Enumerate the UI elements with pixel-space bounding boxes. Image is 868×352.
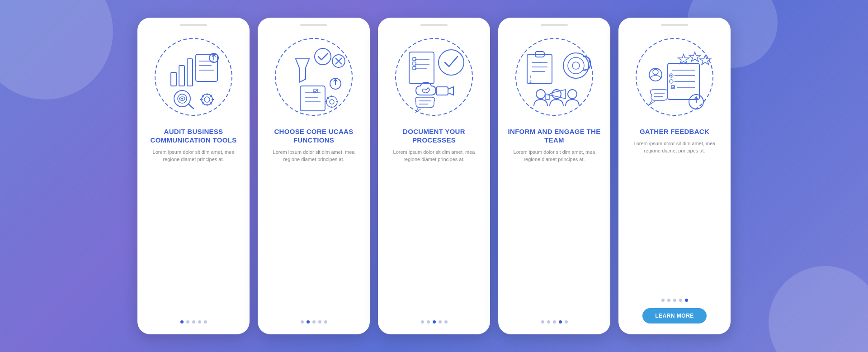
svg-point-72: [568, 90, 577, 99]
illustration-feedback: [629, 32, 720, 122]
illustration-team: 1 2: [509, 32, 599, 122]
top-bar-2: [300, 24, 327, 26]
dot-4-1: [541, 320, 544, 323]
svg-rect-51: [413, 62, 416, 65]
svg-rect-2: [179, 66, 184, 86]
card-5-body: Lorem ipsum dolor sit dim amet, mea regi…: [618, 140, 731, 291]
card-3-body: Lorem ipsum dolor sit dim amet, mea regi…: [378, 148, 490, 314]
svg-point-25: [275, 38, 352, 115]
dot-3-4: [439, 320, 442, 323]
svg-text:2: 2: [529, 79, 532, 84]
dot-4-4: [559, 320, 562, 323]
dot-4-2: [547, 320, 550, 323]
card-5-title: GATHER FEEDBACK: [631, 122, 718, 140]
dot-3-1: [421, 320, 424, 323]
illustration-document: [389, 32, 479, 122]
card-4-dots: [541, 320, 568, 323]
dot-1-3: [192, 320, 195, 323]
illustration-audit: [148, 32, 239, 122]
card-2-body: Lorem ipsum dolor sit dim amet, mea regi…: [258, 148, 370, 314]
card-1-dots: [180, 320, 207, 323]
card-team: 1 2 INFORM AND: [498, 18, 610, 334]
dot-3-5: [444, 320, 448, 323]
card-1-body: Lorem ipsum dolor sit dim amet, mea regi…: [137, 148, 250, 314]
top-bar-1: [180, 24, 207, 26]
dot-5-3: [673, 299, 676, 302]
svg-point-14: [181, 98, 183, 100]
card-2-title: CHOOSE CORE UCAAS FUNCTIONS: [258, 122, 370, 148]
card-audit: AUDIT BUSINESS COMMUNICATION TOOLS Lorem…: [137, 18, 250, 334]
card-document: DOCUMENT YOUR PROCESSES Lorem ipsum dolo…: [378, 18, 490, 334]
svg-point-66: [568, 57, 584, 74]
dot-5-4: [679, 299, 682, 302]
dot-2-2: [307, 320, 310, 323]
card-feedback: GATHER FEEDBACK Lorem ipsum dolor sit di…: [618, 18, 731, 334]
svg-rect-1: [171, 72, 176, 86]
svg-point-38: [330, 100, 334, 104]
card-2-dots: [301, 320, 327, 323]
card-4-body: Lorem ipsum dolor sit dim amet, mea regi…: [498, 148, 610, 314]
bg-decoration-2: [769, 266, 868, 352]
dot-1-1: [180, 320, 184, 323]
dot-5-1: [661, 299, 665, 302]
svg-line-12: [189, 104, 193, 109]
learn-more-button[interactable]: LEARN MORE: [642, 308, 707, 323]
svg-rect-50: [413, 57, 416, 61]
dot-4-3: [553, 320, 556, 323]
card-4-title: INFORM AND ENGAGE THE TEAM: [498, 122, 610, 148]
dot-1-4: [198, 320, 201, 323]
svg-point-26: [315, 48, 331, 65]
dot-2-1: [301, 320, 304, 323]
card-ucaas: CHOOSE CORE UCAAS FUNCTIONS Lorem ipsum …: [258, 18, 370, 334]
dot-1-2: [186, 320, 189, 323]
dot-2-3: [312, 320, 316, 323]
dot-3-2: [427, 320, 430, 323]
top-bar-3: [420, 24, 448, 26]
dot-4-5: [565, 320, 568, 323]
svg-point-70: [536, 90, 545, 99]
svg-point-16: [204, 97, 210, 102]
card-1-title: AUDIT BUSINESS COMMUNICATION TOOLS: [137, 122, 250, 148]
svg-rect-52: [413, 67, 416, 70]
svg-point-76: [653, 69, 658, 75]
top-bar-4: [541, 24, 568, 26]
bg-decoration-1: [0, 0, 113, 100]
dot-3-3: [433, 320, 436, 323]
svg-rect-32: [300, 86, 325, 111]
dot-2-4: [318, 320, 321, 323]
dot-1-5: [204, 320, 207, 323]
card-5-dots: [661, 299, 688, 302]
svg-rect-54: [436, 87, 448, 95]
dot-5-2: [667, 299, 670, 302]
top-bar-5: [661, 24, 688, 26]
dot-5-5: [685, 299, 688, 302]
svg-rect-3: [187, 59, 193, 86]
svg-point-82: [670, 80, 673, 83]
svg-text:1: 1: [529, 75, 532, 79]
cards-container: AUDIT BUSINESS COMMUNICATION TOOLS Lorem…: [119, 4, 749, 348]
svg-point-53: [439, 50, 464, 75]
dot-2-5: [324, 320, 327, 323]
svg-point-74: [636, 38, 713, 115]
svg-point-67: [572, 62, 580, 69]
illustration-ucaas: [269, 32, 359, 122]
card-3-title: DOCUMENT YOUR PROCESSES: [378, 122, 490, 148]
svg-point-0: [155, 38, 232, 115]
card-3-dots: [421, 320, 448, 323]
svg-point-80: [670, 75, 672, 76]
